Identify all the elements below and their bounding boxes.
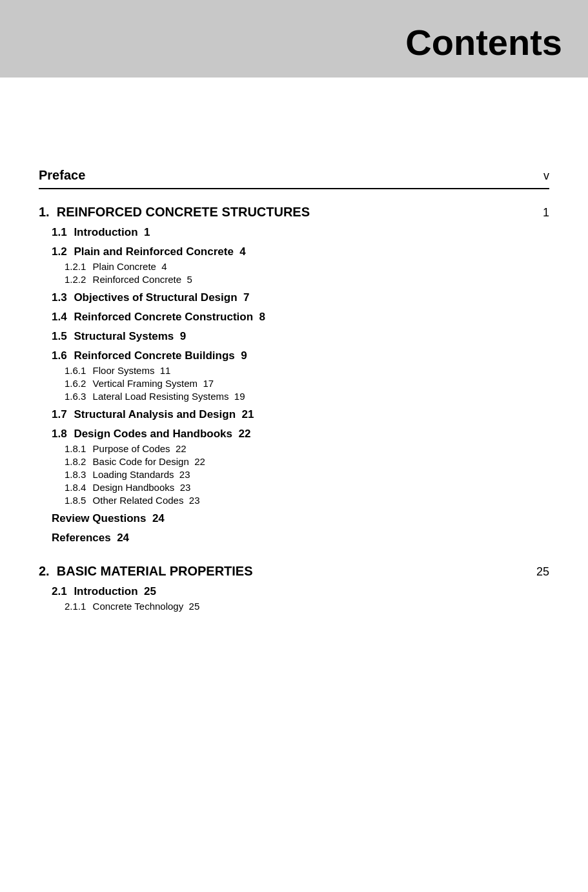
subsection-1-8-5-title: 1.8.5 Other Related Codes 23	[65, 495, 200, 506]
subsection-1-6-1-title: 1.6.1 Floor Systems 11	[65, 365, 170, 376]
preface-label: Preface	[39, 168, 85, 183]
header-banner: Contents	[0, 0, 588, 78]
chapter-2-title: 2. BASIC MATERIAL PROPERTIES	[39, 564, 253, 579]
section-1-7: 1.7 Structural Analysis and Design 21	[39, 408, 549, 421]
chapter-2-row: 2. BASIC MATERIAL PROPERTIES 25	[39, 564, 549, 579]
section-1-8-title: 1.8 Design Codes and Handbooks 22	[52, 428, 250, 441]
chapter-1-row: 1. REINFORCED CONCRETE STRUCTURES 1	[39, 205, 549, 220]
section-1-6: 1.6 Reinforced Concrete Buildings 9	[39, 349, 549, 362]
section-1-4-title: 1.4 Reinforced Concrete Construction 8	[52, 311, 265, 324]
section-1-4: 1.4 Reinforced Concrete Construction 8	[39, 311, 549, 324]
subsection-1-2-1-title: 1.2.1 Plain Concrete 4	[65, 261, 167, 272]
content-area: Preface v 1. REINFORCED CONCRETE STRUCTU…	[0, 78, 588, 639]
subsection-2-1-1-title: 2.1.1 Concrete Technology 25	[65, 601, 199, 612]
section-1-1-title: 1.1 Introduction 1	[52, 226, 150, 239]
references-row: References 24	[39, 532, 549, 545]
subsection-2-1-1: 2.1.1 Concrete Technology 25	[39, 601, 549, 612]
section-1-7-title: 1.7 Structural Analysis and Design 21	[52, 408, 254, 421]
subsection-1-6-2: 1.6.2 Vertical Framing System 17	[39, 378, 549, 389]
subsection-1-6-2-title: 1.6.2 Vertical Framing System 17	[65, 378, 214, 389]
subsection-1-8-4-title: 1.8.4 Design Handbooks 23	[65, 482, 190, 493]
section-1-8: 1.8 Design Codes and Handbooks 22	[39, 428, 549, 441]
subsection-1-8-2-title: 1.8.2 Basic Code for Design 22	[65, 456, 205, 467]
subsection-1-6-3-title: 1.6.3 Lateral Load Resisting Systems 19	[65, 391, 245, 402]
section-1-6-title: 1.6 Reinforced Concrete Buildings 9	[52, 349, 247, 362]
chapter-2-page: 25	[536, 565, 549, 579]
subsection-1-6-3: 1.6.3 Lateral Load Resisting Systems 19	[39, 391, 549, 402]
review-questions-row: Review Questions 24	[39, 512, 549, 525]
section-1-5: 1.5 Structural Systems 9	[39, 330, 549, 343]
subsection-1-8-2: 1.8.2 Basic Code for Design 22	[39, 456, 549, 467]
section-1-3: 1.3 Objectives of Structural Design 7	[39, 291, 549, 304]
subsection-1-8-1-title: 1.8.1 Purpose of Codes 22	[65, 443, 187, 454]
section-2-1-title: 2.1 Introduction 25	[52, 585, 156, 598]
section-1-3-title: 1.3 Objectives of Structural Design 7	[52, 291, 249, 304]
references-label: References 24	[52, 532, 129, 545]
subsection-1-6-1: 1.6.1 Floor Systems 11	[39, 365, 549, 376]
preface-row: Preface v	[39, 168, 549, 189]
subsection-1-8-3-title: 1.8.3 Loading Standards 23	[65, 469, 190, 480]
page-title: Contents	[405, 21, 562, 63]
subsection-1-8-4: 1.8.4 Design Handbooks 23	[39, 482, 549, 493]
subsection-1-2-2-title: 1.2.2 Reinforced Concrete 5	[65, 274, 192, 285]
section-1-2-title: 1.2 Plain and Reinforced Concrete 4	[52, 245, 246, 258]
chapter-1-page: 1	[543, 206, 549, 220]
preface-page: v	[543, 169, 549, 183]
subsection-1-8-1: 1.8.1 Purpose of Codes 22	[39, 443, 549, 454]
subsection-1-2-1: 1.2.1 Plain Concrete 4	[39, 261, 549, 272]
section-1-1: 1.1 Introduction 1	[39, 226, 549, 239]
section-1-5-title: 1.5 Structural Systems 9	[52, 330, 186, 343]
review-questions-label: Review Questions 24	[52, 512, 165, 525]
subsection-1-8-5: 1.8.5 Other Related Codes 23	[39, 495, 549, 506]
subsection-1-2-2: 1.2.2 Reinforced Concrete 5	[39, 274, 549, 285]
chapter-1-title: 1. REINFORCED CONCRETE STRUCTURES	[39, 205, 310, 220]
section-2-1: 2.1 Introduction 25	[39, 585, 549, 598]
section-1-2: 1.2 Plain and Reinforced Concrete 4	[39, 245, 549, 258]
subsection-1-8-3: 1.8.3 Loading Standards 23	[39, 469, 549, 480]
